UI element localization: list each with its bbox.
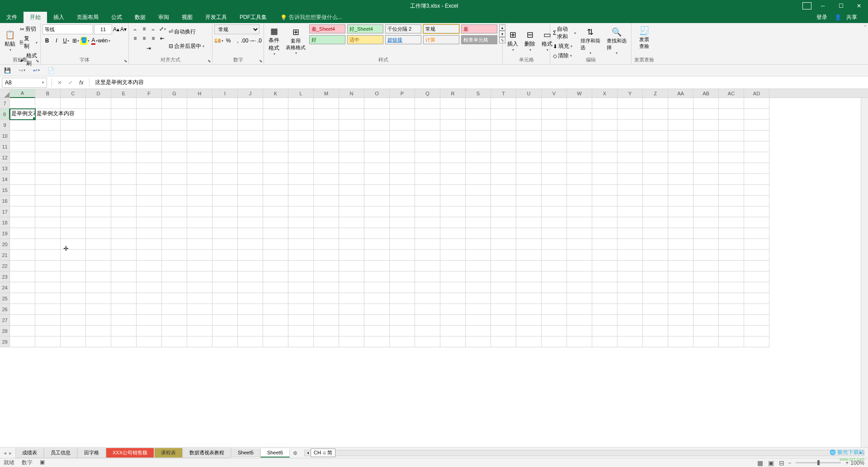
cell[interactable]	[440, 109, 466, 120]
minimize-button[interactable]: ─	[814, 0, 832, 12]
cell[interactable]	[491, 206, 516, 217]
cell[interactable]	[668, 185, 693, 196]
copy-button[interactable]: ⎘复制▾	[19, 34, 38, 51]
cell[interactable]	[744, 217, 769, 228]
cell[interactable]	[542, 131, 567, 141]
cell[interactable]	[111, 196, 137, 206]
cell[interactable]	[288, 326, 314, 336]
row-header[interactable]: 24	[0, 282, 10, 293]
bold-button[interactable]: B	[42, 36, 52, 45]
cell[interactable]	[567, 98, 592, 109]
cell[interactable]	[693, 228, 719, 239]
cell[interactable]	[668, 174, 693, 185]
cell[interactable]	[162, 141, 187, 152]
cell[interactable]	[339, 271, 364, 282]
cell[interactable]	[491, 315, 516, 326]
cell[interactable]	[10, 120, 35, 131]
cell[interactable]	[288, 336, 314, 347]
cell[interactable]	[643, 293, 668, 304]
cell[interactable]	[719, 163, 744, 174]
cell[interactable]	[466, 217, 491, 228]
cell[interactable]	[314, 152, 339, 163]
cell[interactable]	[339, 282, 364, 293]
cell[interactable]	[516, 282, 542, 293]
cell[interactable]	[719, 196, 744, 206]
cell[interactable]	[137, 271, 162, 282]
cell[interactable]	[466, 293, 491, 304]
cell[interactable]	[491, 271, 516, 282]
cell[interactable]	[162, 131, 187, 141]
cell[interactable]	[618, 152, 643, 163]
cell[interactable]	[187, 98, 212, 109]
cell[interactable]	[61, 250, 86, 261]
cell[interactable]	[35, 120, 61, 131]
cell[interactable]	[86, 239, 111, 250]
cell[interactable]	[440, 239, 466, 250]
cell[interactable]	[643, 163, 668, 174]
cell[interactable]	[618, 261, 643, 271]
cell[interactable]	[212, 293, 238, 304]
cell[interactable]	[162, 239, 187, 250]
cell[interactable]	[744, 304, 769, 315]
cell[interactable]	[86, 163, 111, 174]
cell[interactable]	[339, 217, 364, 228]
cell[interactable]	[364, 336, 390, 347]
cell[interactable]	[693, 271, 719, 282]
style-good[interactable]: 好_Sheet4	[347, 24, 383, 33]
cell[interactable]	[162, 293, 187, 304]
cell[interactable]	[137, 293, 162, 304]
cell[interactable]	[35, 131, 61, 141]
cell[interactable]	[440, 217, 466, 228]
cell[interactable]	[339, 304, 364, 315]
row-header[interactable]: 29	[0, 336, 10, 347]
cell[interactable]	[35, 271, 61, 282]
cell[interactable]	[415, 336, 440, 347]
cell[interactable]	[668, 196, 693, 206]
cell[interactable]	[668, 261, 693, 271]
cell[interactable]	[162, 228, 187, 239]
cell[interactable]	[212, 326, 238, 336]
cell[interactable]	[567, 261, 592, 271]
cell[interactable]	[719, 282, 744, 293]
cell[interactable]	[162, 120, 187, 131]
cell[interactable]	[542, 152, 567, 163]
style-link[interactable]: 超链接	[385, 35, 421, 44]
cell[interactable]	[643, 271, 668, 282]
cell[interactable]	[516, 206, 542, 217]
row-header[interactable]: 18	[0, 217, 10, 228]
cell[interactable]	[719, 206, 744, 217]
col-header[interactable]: H	[187, 89, 212, 98]
cell[interactable]	[86, 336, 111, 347]
cell[interactable]	[86, 185, 111, 196]
cell[interactable]	[364, 120, 390, 131]
col-header[interactable]: W	[567, 89, 592, 98]
cell[interactable]	[466, 271, 491, 282]
cell[interactable]	[10, 315, 35, 326]
col-header[interactable]: K	[263, 89, 288, 98]
cell[interactable]	[440, 152, 466, 163]
cell[interactable]	[263, 228, 288, 239]
view-layout-button[interactable]: ▣	[766, 459, 775, 467]
cell[interactable]	[466, 315, 491, 326]
align-left-button[interactable]: ≡	[131, 34, 140, 43]
cell[interactable]	[61, 196, 86, 206]
cell[interactable]	[668, 239, 693, 250]
cell[interactable]	[567, 217, 592, 228]
cell[interactable]	[314, 315, 339, 326]
cell[interactable]	[643, 174, 668, 185]
cell[interactable]	[592, 141, 618, 152]
cell[interactable]	[491, 185, 516, 196]
cell[interactable]	[35, 304, 61, 315]
row-header[interactable]: 23	[0, 271, 10, 282]
cell[interactable]	[162, 250, 187, 261]
cell[interactable]	[111, 336, 137, 347]
cell[interactable]	[618, 336, 643, 347]
cell[interactable]	[314, 196, 339, 206]
cell[interactable]	[719, 174, 744, 185]
cell[interactable]	[86, 228, 111, 239]
cell[interactable]	[238, 174, 263, 185]
cell[interactable]	[542, 326, 567, 336]
cell[interactable]	[693, 185, 719, 196]
cell[interactable]	[162, 98, 187, 109]
cell[interactable]	[364, 293, 390, 304]
